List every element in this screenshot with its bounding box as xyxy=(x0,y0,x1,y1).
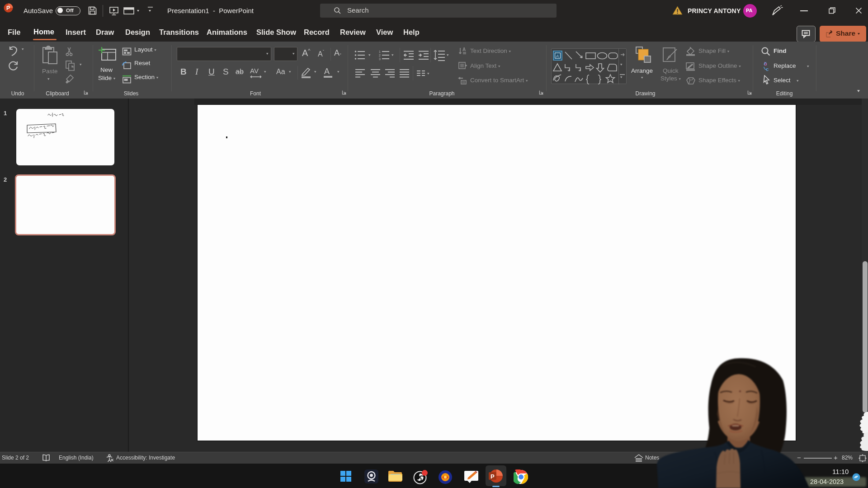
svg-text:P: P xyxy=(6,5,10,11)
svg-text:A: A xyxy=(556,54,559,58)
svg-text:1: 1 xyxy=(379,50,381,53)
svg-text:A: A xyxy=(462,47,466,52)
svg-text:3: 3 xyxy=(379,57,381,61)
svg-text:P: P xyxy=(491,473,495,480)
svg-text:c: c xyxy=(766,66,769,72)
svg-text:2: 2 xyxy=(379,54,381,57)
